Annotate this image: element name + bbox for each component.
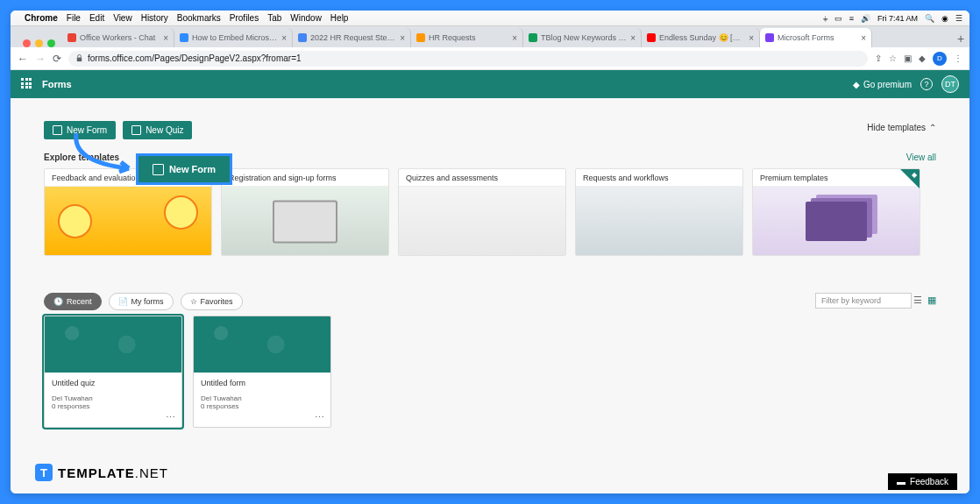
new-form-callout: New Form — [136, 153, 232, 185]
tab-title: TBlog New Keywords Sheet — [541, 33, 627, 42]
window-max-icon[interactable] — [47, 39, 55, 47]
profile-avatar[interactable]: D — [933, 52, 947, 66]
siri-icon[interactable]: ◉ — [941, 14, 948, 23]
template-card[interactable]: Requests and workflows — [575, 168, 743, 256]
new-form-button[interactable]: New Form — [44, 121, 116, 139]
template-thumb — [576, 187, 742, 256]
filter-pill[interactable]: 📄My forms — [109, 293, 174, 310]
mac-menu-history[interactable]: History — [141, 13, 168, 23]
feedback-button[interactable]: ▬Feedback — [888, 473, 957, 490]
chat-icon: ▬ — [897, 477, 905, 486]
mac-menu-view[interactable]: View — [113, 13, 132, 23]
mac-menu-edit[interactable]: Edit — [89, 13, 104, 23]
address-bar[interactable]: forms.office.com/Pages/DesignPageV2.aspx… — [68, 51, 868, 67]
favicon-icon — [416, 33, 425, 42]
mac-menu-window[interactable]: Window — [290, 13, 322, 23]
template-logo-icon: T — [35, 464, 53, 481]
mac-menu-bookmarks[interactable]: Bookmarks — [177, 13, 221, 23]
pill-label: Favorites — [201, 297, 233, 306]
form-title: Untitled form — [201, 379, 323, 387]
window-close-icon[interactable] — [23, 39, 31, 47]
browser-tab[interactable]: HR Requests× — [411, 28, 523, 47]
pill-label: My forms — [131, 297, 164, 306]
grid-view-icon[interactable]: ▦ — [927, 295, 936, 306]
kebab-icon[interactable]: ⋮ — [954, 53, 962, 63]
quiz-icon — [131, 125, 141, 135]
browser-tabstrip: Office Workers - Chat×How to Embed Micro… — [11, 26, 969, 47]
watermark-brand: TEMPLATE — [58, 465, 135, 480]
list-view-icon[interactable]: ☰ — [913, 295, 922, 306]
favicon-icon — [765, 33, 774, 42]
template-title: Premium templates — [753, 169, 920, 187]
form-card[interactable]: Untitled formDel Tuwahan0 responses⋯ — [193, 316, 331, 428]
template-thumb — [222, 187, 388, 256]
filter-pill[interactable]: ☆Favorites — [181, 293, 243, 310]
filter-input[interactable]: Filter by keyword — [815, 293, 912, 309]
template-title: Requests and workflows — [576, 169, 742, 187]
favicon-icon — [529, 33, 537, 42]
mac-menu-help[interactable]: Help — [330, 13, 349, 23]
browser-tab[interactable]: Endless Sunday 😊 [Chill…× — [642, 28, 760, 47]
mac-app[interactable]: Chrome — [25, 13, 58, 23]
close-tab-icon[interactable]: × — [749, 33, 754, 43]
close-tab-icon[interactable]: × — [861, 33, 866, 43]
app-launcher-icon[interactable] — [21, 78, 33, 90]
back-button[interactable]: ← — [18, 53, 28, 65]
favicon-icon — [298, 33, 307, 42]
volume-icon[interactable]: 🔊 — [861, 14, 870, 23]
mac-menu-file[interactable]: File — [67, 13, 81, 23]
favicon-icon — [180, 33, 188, 42]
battery-icon[interactable]: ▭ — [834, 14, 842, 23]
new-quiz-button[interactable]: New Quiz — [123, 121, 192, 139]
close-tab-icon[interactable]: × — [163, 33, 168, 43]
template-card[interactable]: Premium templates — [752, 168, 920, 256]
close-tab-icon[interactable]: × — [281, 33, 287, 43]
wifi-icon[interactable]: ⏚ — [823, 14, 827, 23]
template-card[interactable]: Registration and sign-up forms — [221, 168, 389, 256]
template-thumb — [753, 187, 920, 256]
help-button[interactable]: ? — [920, 78, 933, 90]
close-tab-icon[interactable]: × — [512, 33, 517, 43]
user-avatar[interactable]: DT — [941, 75, 959, 93]
search-icon[interactable]: 🔍 — [925, 14, 934, 23]
mac-menubar: Chrome File Edit View History Bookmarks … — [11, 11, 969, 26]
ext-icon[interactable]: ▣ — [904, 53, 912, 63]
more-icon[interactable]: ⋯ — [166, 412, 176, 423]
view-all-link[interactable]: View all — [906, 153, 936, 162]
browser-tab[interactable]: Office Workers - Chat× — [62, 28, 174, 47]
browser-tab[interactable]: TBlog New Keywords Sheet× — [523, 28, 642, 47]
mac-menu-profiles[interactable]: Profiles — [230, 13, 259, 23]
app-brand: Forms — [42, 79, 72, 89]
form-card[interactable]: Untitled quizDel Tuwahan0 responses⋯ — [44, 316, 182, 428]
filter-pill[interactable]: 🕒Recent — [44, 293, 102, 310]
filter-placeholder: Filter by keyword — [821, 296, 881, 305]
window-min-icon[interactable] — [35, 39, 43, 47]
form-icon — [153, 164, 164, 175]
close-tab-icon[interactable]: × — [400, 33, 405, 43]
template-title: Registration and sign-up forms — [222, 169, 388, 187]
reload-button[interactable]: ⟳ — [53, 53, 61, 65]
browser-tab[interactable]: Microsoft Forms× — [760, 28, 872, 47]
tab-title: Microsoft Forms — [778, 33, 857, 42]
go-premium-button[interactable]: ◆ Go premium — [853, 80, 912, 89]
template-title: Quizzes and assessments — [399, 169, 565, 187]
browser-tab[interactable]: 2022 HR Request Steps - Goo× — [293, 28, 411, 47]
menu-icon[interactable]: ☰ — [955, 14, 962, 23]
favicon-icon — [647, 33, 656, 42]
hide-templates-toggle[interactable]: Hide templates⌃ — [867, 123, 936, 132]
close-tab-icon[interactable]: × — [630, 33, 636, 43]
form-owner: Del Tuwahan — [52, 394, 174, 402]
wifi2-icon[interactable]: ≡ — [849, 14, 854, 23]
share-icon[interactable]: ⇪ — [875, 53, 882, 63]
go-premium-label: Go premium — [863, 80, 912, 89]
more-icon[interactable]: ⋯ — [315, 412, 325, 423]
forward-button[interactable]: → — [35, 53, 46, 65]
clock[interactable]: Fri 7:41 AM — [877, 14, 918, 23]
star-icon[interactable]: ☆ — [889, 53, 897, 63]
mac-menu-tab[interactable]: Tab — [267, 13, 281, 23]
tab-title: Office Workers - Chat — [80, 33, 160, 42]
new-tab-button[interactable]: + — [952, 30, 969, 47]
ext2-icon[interactable]: ◆ — [919, 53, 926, 63]
browser-tab[interactable]: How to Embed Microsoft Form× — [174, 28, 293, 47]
template-card[interactable]: Quizzes and assessments — [398, 168, 566, 256]
